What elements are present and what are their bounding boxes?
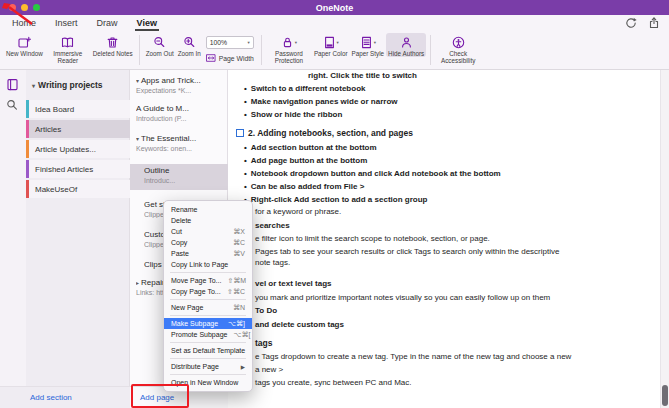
content-line: •Right-click Add section to add a sectio…	[244, 195, 427, 204]
navigation-strip	[0, 70, 27, 408]
menu-item-copy[interactable]: Copy⌘C	[164, 237, 252, 248]
bullet-icon: •	[244, 97, 247, 106]
sections-panel: ▾ Writing projects Idea Board Articles A…	[26, 70, 130, 386]
menu-item-paste[interactable]: Paste⌘V	[164, 248, 252, 259]
add-section-button[interactable]: Add section	[30, 393, 72, 402]
bullet-icon: •	[244, 169, 247, 178]
section-item-finished-articles[interactable]: Finished Articles	[26, 160, 130, 178]
menu-item-cut[interactable]: Cut⌘X	[164, 226, 252, 237]
page-width-button[interactable]: Page Width	[206, 53, 254, 63]
content-line: tags you create, sync between PC and Mac…	[255, 378, 412, 387]
menu-item-distribute-page[interactable]: Distribute Page▶	[164, 361, 252, 372]
sync-icon[interactable]	[625, 17, 637, 29]
chevron-right-icon: ▸	[136, 279, 139, 286]
menu-item-copy-page-to[interactable]: Copy Page To...⇧⌘C	[164, 286, 252, 297]
menu-item-delete[interactable]: Delete	[164, 215, 252, 226]
paper-color-button[interactable]: ▾ Paper Color	[312, 33, 350, 57]
tab-insert[interactable]: Insert	[53, 16, 80, 31]
section-item-articles[interactable]: Articles	[26, 120, 130, 138]
content-line: Pages tab to see your search results or …	[255, 247, 559, 256]
annotation-arrow	[0, 0, 36, 28]
paper-style-icon	[360, 36, 373, 49]
menu-separator	[170, 342, 246, 343]
menu-item-move-page-to[interactable]: Move Page To...⇧⌘M	[164, 275, 252, 286]
menu-item-set-as-default-template[interactable]: Set as Default Template	[164, 345, 252, 356]
scrollbar-thumb[interactable]	[662, 385, 668, 406]
accessibility-icon	[452, 36, 465, 49]
content-line: •Notebook dropdown button and click Add …	[244, 169, 501, 178]
ribbon-tab-bar: Home Insert Draw View	[0, 15, 669, 31]
lock-icon	[281, 36, 294, 49]
menu-item-promote-subpage[interactable]: Promote Subpage⌥⌘[	[164, 329, 252, 340]
notebook-header[interactable]: ▾ Writing projects	[32, 80, 103, 90]
hide-authors-button[interactable]: Hide Authors	[386, 33, 426, 57]
search-icon[interactable]	[6, 99, 18, 111]
content-line: tags	[255, 338, 272, 348]
notebooks-icon[interactable]	[6, 78, 19, 91]
vertical-scrollbar[interactable]	[660, 70, 669, 408]
page-context-menu: Rename Delete Cut⌘X Copy⌘C Paste⌘V Copy …	[163, 200, 253, 392]
bullet-icon: •	[244, 156, 247, 165]
content-line: •Can be also added from File >	[244, 182, 364, 191]
page-canvas[interactable]: right. Click the title to switch •Switch…	[228, 70, 660, 408]
ribbon-separator	[139, 35, 140, 65]
paper-color-icon	[323, 36, 336, 49]
chevron-down-icon: ▾	[136, 77, 139, 84]
check-accessibility-button[interactable]: Check Accessibility	[435, 33, 481, 65]
menu-item-rename[interactable]: Rename	[164, 204, 252, 215]
bullet-icon: •	[244, 182, 247, 191]
menu-item-make-subpage[interactable]: Make Subpage⌥⌘]	[164, 318, 252, 329]
chevron-down-icon: ▾	[32, 82, 35, 89]
chevron-down-icon: ▾	[136, 135, 139, 142]
page-width-icon	[206, 53, 216, 63]
page-item-outline[interactable]: Outline Introduc...	[130, 164, 228, 190]
zoom-out-icon	[153, 36, 166, 49]
chevron-down-icon: ▾	[295, 40, 297, 45]
bullet-icon: •	[244, 84, 247, 93]
new-window-button[interactable]: New Window	[4, 33, 45, 57]
menu-item-new-page[interactable]: New Page⌘N	[164, 302, 252, 313]
submenu-arrow-icon: ▶	[241, 364, 245, 370]
zoom-in-button[interactable]: Zoom In	[176, 33, 203, 57]
password-protection-button[interactable]: ▾ Password Protection	[266, 33, 312, 65]
menu-item-copy-link-to-page[interactable]: Copy Link to Page	[164, 259, 252, 270]
annotation-highlight-add-page	[131, 384, 189, 408]
menu-separator	[170, 299, 246, 300]
share-icon[interactable]	[648, 17, 660, 29]
tab-view[interactable]: View	[135, 16, 159, 31]
content-line: •Switch to a different notebook	[244, 84, 365, 93]
page-item-the-essential[interactable]: ▾The Essential... Keywords: onen...	[130, 132, 228, 154]
window-quick-icons	[625, 17, 660, 29]
chevron-down-icon: ▾	[337, 40, 339, 45]
menu-separator	[170, 358, 246, 359]
content-line: •Add section button at the bottom	[244, 143, 377, 152]
menu-separator	[170, 315, 246, 316]
section-item-idea-board[interactable]: Idea Board	[26, 100, 130, 118]
section-item-article-updates[interactable]: Article Updates...	[26, 140, 130, 158]
title-bar: OneNote	[0, 0, 669, 15]
zoom-level-dropdown[interactable]: 100% ▾	[206, 36, 254, 49]
hide-authors-icon	[400, 36, 413, 49]
content-line: searches	[255, 221, 290, 230]
chevron-down-icon: ▾	[248, 40, 250, 45]
content-line: you mark and prioritize important notes …	[255, 293, 550, 302]
content-line: note tags.	[255, 258, 290, 267]
content-line: e filter icon to limit the search scope …	[255, 234, 490, 243]
to-do-tag-icon[interactable]	[236, 129, 244, 137]
paper-style-button[interactable]: ▾ Paper Style	[350, 33, 387, 57]
bullet-icon: •	[244, 143, 247, 152]
zoom-in-icon	[183, 36, 196, 49]
page-item-a-guide-to-m[interactable]: A Guide to M... Introduction (P...	[130, 102, 228, 124]
section-item-makeuseof[interactable]: MakeUseOf	[26, 180, 130, 198]
content-line: and delete custom tags	[255, 320, 344, 329]
page-item-apps-and-tricks[interactable]: ▾Apps and Trick... Expectations *K...	[130, 74, 228, 96]
immersive-reader-button[interactable]: Immersive Reader	[45, 33, 91, 65]
window-body: ▾ Writing projects Idea Board Articles A…	[0, 70, 669, 408]
deleted-notes-button[interactable]: Deleted Notes	[91, 33, 135, 57]
zoom-out-button[interactable]: Zoom Out	[144, 33, 176, 57]
tab-draw[interactable]: Draw	[95, 16, 120, 31]
zoom-controls: 100% ▾ Page Width	[206, 33, 254, 63]
content-heading: 2. Adding notebooks, section, and pages	[236, 128, 413, 138]
bullet-icon: •	[244, 110, 247, 119]
ribbon-separator	[430, 35, 431, 65]
